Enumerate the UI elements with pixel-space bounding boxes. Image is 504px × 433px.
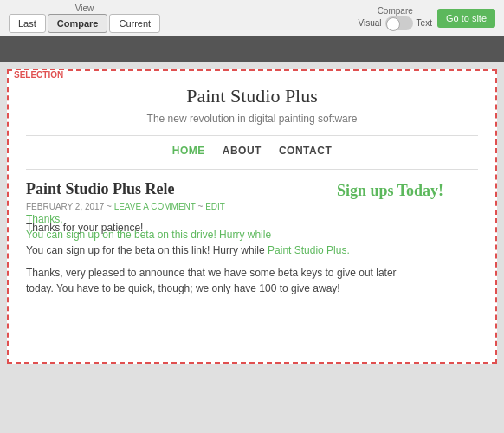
divider-nav	[26, 169, 478, 170]
gray-bar	[0, 36, 504, 62]
article-meta: FEBRUARY 2, 2017 ~ LEAVE A COMMENT ~ EDI…	[26, 202, 478, 211]
article-title: Paint Studio Plus Rele	[26, 180, 175, 198]
article-title-row: Paint Studio Plus Rele	[26, 180, 478, 198]
toolbar-left: View Last Compare Current	[9, 3, 160, 33]
site-content: Paint Studio Plus The new revolution in …	[9, 71, 495, 362]
nav-home[interactable]: HOME	[172, 145, 205, 157]
article-p2: You can sign up for the beta on this lin…	[26, 242, 478, 258]
article-area: Paint Studio Plus Rele FEBRUARY 2, 2017 …	[26, 180, 478, 353]
divider-top	[26, 135, 478, 136]
view-label: View	[75, 3, 94, 13]
compare-button[interactable]: Compare	[48, 14, 108, 33]
selection-label: SELECTION	[12, 70, 65, 80]
view-group: View Last Compare Current	[9, 3, 160, 33]
article-p1: Thanks for your patience!	[26, 220, 478, 236]
article-p2-green: Paint Studio Plus.	[268, 244, 350, 256]
go-to-site-button[interactable]: Go to site	[437, 9, 495, 28]
nav-about[interactable]: ABOUT	[223, 145, 262, 157]
last-button[interactable]: Last	[9, 14, 46, 33]
article-leave-comment[interactable]: LEAVE A COMMENT	[114, 202, 196, 211]
article-date: FEBRUARY 2, 2017	[26, 202, 104, 211]
toolbar-right: Compare Visual Text Go to site	[359, 6, 495, 30]
article-sep1: ~	[107, 202, 112, 211]
site-tagline: The new revolution in digital painting s…	[26, 113, 478, 125]
site-nav: HOME ABOUT CONTACT	[26, 145, 478, 157]
article-p3: Thanks, very pleased to announce that we…	[26, 265, 478, 296]
article-body: Thanks for your patience! You can sign u…	[26, 220, 478, 296]
nav-contact[interactable]: CONTACT	[279, 145, 332, 157]
toolbar: View Last Compare Current Compare Visual…	[0, 0, 504, 36]
visual-label: Visual	[359, 18, 382, 28]
selection-wrapper: SELECTION Paint Studio Plus The new revo…	[7, 69, 497, 364]
text-label: Text	[417, 18, 432, 28]
current-button[interactable]: Current	[109, 14, 160, 33]
toggle-container: Visual Text	[359, 16, 432, 30]
article-sep2: ~	[198, 202, 204, 211]
article-edit[interactable]: EDIT	[205, 202, 225, 211]
compare-group: Compare Visual Text	[359, 6, 432, 30]
visual-text-toggle[interactable]	[385, 16, 413, 30]
site-title: Paint Studio Plus	[26, 85, 478, 107]
article-p3-text: Thanks, very pleased to announce that we…	[26, 267, 397, 279]
compare-label: Compare	[378, 6, 413, 16]
article-p2-text: You can sign up for the beta on this lin…	[26, 244, 265, 256]
article-p3-cont: today. You have to be quick, though; we …	[26, 282, 340, 294]
